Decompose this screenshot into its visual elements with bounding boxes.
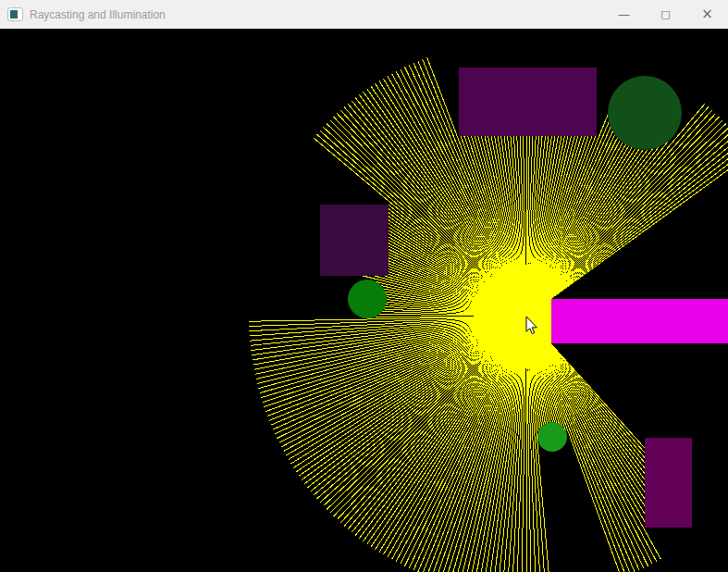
titlebar[interactable]: Raycasting and Illumination — □ ×: [0, 0, 728, 29]
window-title: Raycasting and Illumination: [30, 8, 603, 21]
raycast-canvas[interactable]: [0, 29, 728, 572]
left-purple-square: [320, 205, 389, 276]
magenta-bar: [551, 299, 728, 343]
minimize-button[interactable]: —: [603, 0, 645, 29]
maximize-button[interactable]: □: [645, 0, 686, 29]
app-icon-glyph: [10, 10, 18, 19]
close-button[interactable]: ×: [686, 0, 728, 29]
bottom-right-purple-rect: [645, 438, 692, 528]
top-right-green-circle: [608, 76, 682, 150]
mid-left-green-circle: [348, 280, 387, 318]
bottom-green-circle: [537, 422, 567, 452]
app-window: Raycasting and Illumination — □ ×: [0, 0, 728, 572]
window-controls: — □ ×: [603, 0, 728, 29]
raycast-scene[interactable]: [0, 29, 728, 572]
top-purple-rect: [459, 68, 597, 136]
app-icon: [7, 7, 23, 21]
